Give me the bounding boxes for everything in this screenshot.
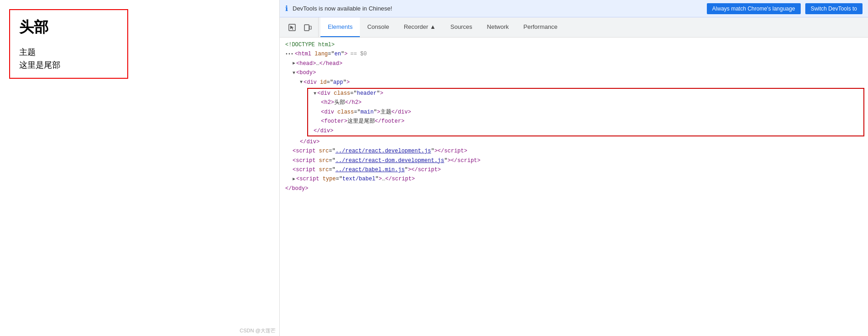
dom-script2[interactable]: <script src="../react/react-dom.developm… (280, 156, 868, 165)
cursor-tool-button[interactable] (285, 22, 299, 33)
dom-content: <!DOCTYPE html> ••• <html lang="en"> == … (280, 38, 868, 336)
dom-html-open[interactable]: ••• <html lang="en"> == $0 (280, 49, 868, 59)
tab-recorder[interactable]: Recorder ▲ (396, 17, 443, 37)
script4-arrow[interactable]: ► (293, 175, 295, 183)
dom-div-header-open[interactable]: ▼ <div class="header"> (308, 89, 863, 98)
preview-footer: 这里是尾部 (19, 60, 118, 70)
dom-script1[interactable]: <script src="../react/react.development.… (280, 146, 868, 156)
dom-doctype[interactable]: <!DOCTYPE html> (280, 40, 868, 49)
dom-div-app-close[interactable]: </div> (280, 137, 868, 146)
info-icon: ℹ (285, 4, 288, 13)
webpage-preview: 头部 主题 这里是尾部 CSDN @大莲芒 (0, 0, 279, 336)
tab-performance[interactable]: Performance (516, 17, 564, 37)
devtools-panel: ℹ DevTools is now available in Chinese! … (279, 0, 868, 336)
doctype-text: <!DOCTYPE html> (285, 40, 335, 49)
svg-rect-1 (304, 25, 309, 31)
switch-devtools-button[interactable]: Switch DevTools to (805, 3, 863, 14)
preview-box: 头部 主题 这里是尾部 (9, 9, 128, 79)
tab-icon-group (282, 17, 319, 37)
tab-network[interactable]: Network (480, 17, 516, 37)
dom-footer[interactable]: <footer>这里是尾部</footer> (308, 117, 863, 126)
preview-main: 主题 (19, 47, 118, 58)
device-icon (304, 23, 312, 32)
dom-body-open[interactable]: ▼ <body> (280, 68, 868, 77)
dom-body-close[interactable]: </body> (280, 184, 868, 193)
match-language-button[interactable]: Always match Chrome's language (707, 3, 801, 14)
body-arrow[interactable]: ▼ (293, 69, 295, 77)
notification-bar: ℹ DevTools is now available in Chinese! … (280, 0, 868, 17)
tab-elements[interactable]: Elements (320, 17, 360, 37)
watermark: CSDN @大莲芒 (240, 327, 276, 334)
head-arrow[interactable]: ► (293, 60, 295, 67)
expand-icon: ••• (285, 50, 293, 58)
dollar-eq: == $0 (350, 49, 367, 59)
div-app-arrow[interactable]: ▼ (300, 78, 303, 86)
tab-console[interactable]: Console (360, 17, 396, 37)
device-tool-button[interactable] (301, 22, 315, 33)
dom-div-header-close[interactable]: </div> (308, 126, 863, 135)
highlighted-block: ▼ <div class="header"> <h2>头部</h2> <div … (307, 88, 864, 136)
dom-h2[interactable]: <h2>头部</h2> (308, 98, 863, 107)
dom-script4[interactable]: ► <script type="text/babel">…</script> (280, 174, 868, 184)
dom-div-main[interactable]: <div class="main">主题</div> (308, 108, 863, 117)
dom-div-app-open[interactable]: ▼ <div id="app"> (280, 78, 868, 87)
tabs-bar: Elements Console Recorder ▲ Sources Netw… (280, 17, 868, 38)
notification-text: DevTools is now available in Chinese! (293, 5, 702, 12)
preview-heading: 头部 (19, 17, 118, 38)
dom-script3[interactable]: <script src="../react/babel.min.js"></sc… (280, 165, 868, 174)
dom-head[interactable]: ► <head>…</head> (280, 59, 868, 68)
tab-sources[interactable]: Sources (443, 17, 480, 37)
svg-rect-2 (309, 26, 311, 29)
div-header-arrow[interactable]: ▼ (314, 90, 316, 98)
cursor-icon (288, 23, 296, 32)
